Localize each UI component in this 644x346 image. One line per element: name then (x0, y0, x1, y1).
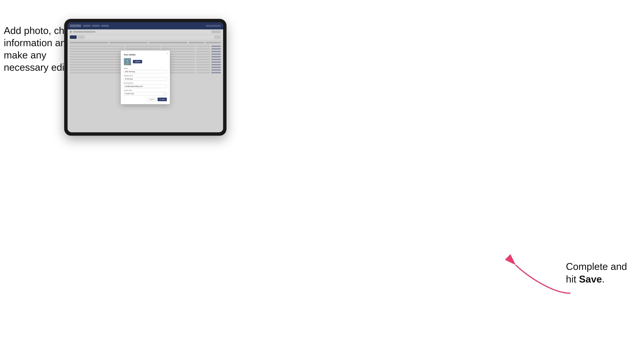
school-year-select-wrapper: × ⌃⌄ (124, 92, 167, 95)
select-clear-icon[interactable]: × (163, 93, 164, 94)
save-button-label: Save (162, 99, 165, 100)
school-year-input[interactable] (124, 92, 167, 95)
select-arrow-icon: ⌃⌄ (164, 92, 166, 95)
app-background: User details × Upload (68, 22, 223, 132)
tablet-frame: User details × Upload (64, 19, 226, 136)
name-label: Name (124, 67, 167, 69)
annotation-right-line1: Complete and (566, 261, 627, 272)
modal-close-button[interactable]: × (167, 52, 168, 54)
modal-overlay: User details × Upload (68, 22, 223, 132)
user-photo-thumbnail (124, 58, 131, 65)
photo-upload-row: Upload (124, 58, 167, 65)
save-icon: ⬆ (160, 99, 161, 100)
email-input[interactable] (124, 85, 167, 88)
email-field-group: Email address (124, 82, 167, 88)
display-name-label: Display name (124, 75, 167, 76)
modal-footer: Cancel ⬆ Save (124, 98, 167, 101)
save-button[interactable]: ⬆ Save (158, 98, 167, 101)
email-label: Email address (124, 82, 167, 84)
name-field-group: Name (124, 67, 167, 73)
school-year-label: School Year (124, 90, 167, 91)
svg-point-3 (126, 60, 128, 62)
display-name-input[interactable] (124, 77, 167, 81)
upload-photo-button[interactable]: Upload (133, 60, 142, 63)
annotation-right-line2: hit Save. (566, 274, 604, 285)
annotation-right-bold: Save (579, 274, 602, 285)
tablet-screen: User details × Upload (68, 22, 223, 132)
display-name-field-group: Display name (124, 75, 167, 81)
user-details-modal: User details × Upload (121, 50, 170, 104)
cancel-button[interactable]: Cancel (148, 98, 156, 101)
modal-title: User details (124, 53, 167, 56)
annotation-right: Complete and hit Save. (566, 260, 627, 286)
school-year-field-group: School Year × ⌃⌄ (124, 90, 167, 95)
name-input[interactable] (124, 70, 167, 73)
annotation-right-end: . (602, 274, 604, 285)
